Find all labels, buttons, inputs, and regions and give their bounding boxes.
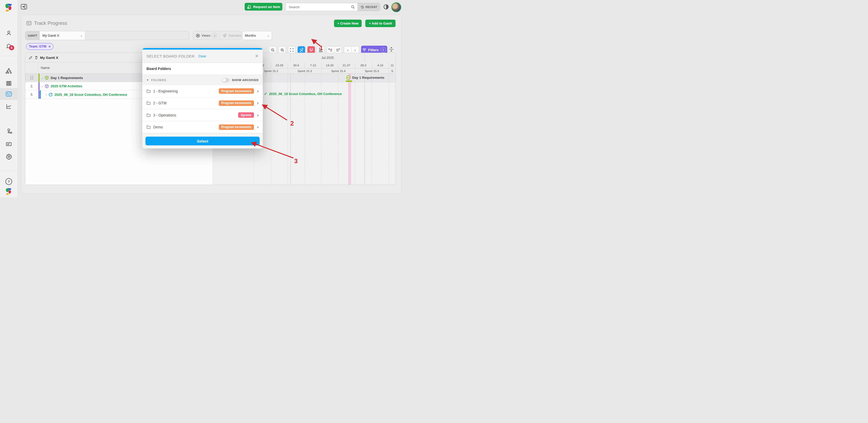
- add-to-gantt-button[interactable]: + Add to Gantt: [365, 20, 396, 27]
- telescope-icon: [223, 34, 227, 38]
- row-name[interactable]: Day 1 Requirements: [51, 76, 83, 80]
- theme-contrast-toggle[interactable]: [383, 4, 389, 9]
- sidebar-item-hierarchy[interactable]: [0, 66, 18, 76]
- sidebar-item-notifications[interactable]: 8: [0, 41, 18, 51]
- views-button[interactable]: Views 0: [193, 31, 220, 40]
- week-cell: 23-29: [271, 63, 288, 68]
- collapse-all-button[interactable]: [327, 46, 334, 54]
- close-icon[interactable]: ✕: [255, 54, 258, 59]
- row-color-bar: [38, 90, 39, 99]
- zoom-in-icon: [280, 48, 284, 52]
- scroll-left-button[interactable]: ‹: [344, 46, 351, 54]
- folder-name: 1 - Engineering: [153, 89, 178, 93]
- fullscreen-icon: [290, 48, 294, 52]
- zoom-level-select[interactable]: Months ⌄: [242, 31, 272, 40]
- milestone-progress-bar: [346, 80, 352, 82]
- views-scenarios-group: Views 0 Scenarios: [193, 31, 242, 40]
- shortcut-logo-icon: [5, 4, 12, 12]
- sidebar-bottom-logo[interactable]: [0, 187, 18, 197]
- clear-link[interactable]: Clear: [198, 54, 206, 58]
- folder-name: 2 - GTM: [153, 101, 166, 105]
- modal-footer: Select: [142, 133, 263, 149]
- sidebar-item-settings[interactable]: [0, 151, 18, 162]
- filter-chip-team-gtm[interactable]: Team: GTM ✕: [26, 43, 54, 50]
- gantt-select-dropdown[interactable]: My Gantt X ⌄: [40, 31, 85, 40]
- folders-group-header: ▼ FOLDERS SHOW ARCHIVED: [142, 75, 263, 85]
- workflow-branch-icon: [5, 128, 12, 135]
- sidebar-item-help[interactable]: ?: [0, 176, 18, 187]
- gantt-done-item[interactable]: ✓ 2025_06_18 Scout Columbus, OH Conferen…: [264, 91, 342, 96]
- sidebar-item-profile[interactable]: [0, 28, 18, 38]
- create-new-button[interactable]: + Create New: [334, 20, 362, 27]
- milestone-circle-icon: [346, 75, 350, 80]
- chevron-down-icon[interactable]: ⌄: [39, 76, 45, 79]
- sidebar-item-reports[interactable]: [0, 101, 18, 111]
- app-logo[interactable]: [0, 3, 18, 13]
- search-bar: RECENT: [285, 3, 380, 11]
- modal-header: SELECT BOARD FOLDER Clear ✕: [142, 50, 263, 63]
- sidebar-item-gantt[interactable]: [0, 89, 18, 99]
- chip-close-icon[interactable]: ✕: [48, 45, 51, 48]
- today-marker-column: [348, 74, 351, 185]
- folder-name: 3 - Operations: [153, 113, 176, 117]
- chevron-right-icon[interactable]: ›: [257, 125, 258, 130]
- sprint-cell: Sprint 15.5: [355, 68, 389, 74]
- month-cell-jul: Jul 2025: [290, 53, 365, 63]
- folders-header-label: FOLDERS: [151, 78, 166, 82]
- chevron-right-icon[interactable]: ›: [257, 100, 258, 106]
- gear-icon: [6, 153, 12, 160]
- show-archived-toggle[interactable]: [222, 78, 230, 83]
- chevron-right-icon[interactable]: ›: [257, 89, 258, 94]
- person-icon: [6, 30, 12, 36]
- request-item-button[interactable]: Request an Item: [245, 3, 282, 10]
- user-avatar[interactable]: [392, 2, 401, 12]
- edit-icon[interactable]: [29, 56, 33, 59]
- row-number: 2.: [25, 82, 38, 90]
- search-input[interactable]: [286, 3, 351, 11]
- epic-box-icon: [45, 76, 49, 80]
- chevron-left-icon: ‹: [347, 48, 348, 52]
- iteration-icon: [49, 93, 53, 97]
- select-button[interactable]: Select: [146, 137, 259, 145]
- folder-row[interactable]: 3 - Operations Sprints ›: [142, 109, 263, 121]
- gantt-icon: [5, 91, 12, 97]
- check-icon: ✓: [264, 91, 268, 96]
- folder-row[interactable]: Demo Program Increments ›: [142, 121, 263, 133]
- clock-history-icon: [361, 5, 364, 9]
- expand-all-button[interactable]: [334, 46, 342, 54]
- folder-row[interactable]: 1 - Engineering Program Increments ›: [142, 85, 263, 97]
- scroll-right-button[interactable]: ›: [351, 46, 359, 54]
- drag-handle[interactable]: [25, 74, 38, 82]
- row-name[interactable]: 2025 GTM Activities: [51, 84, 82, 88]
- chevron-right-icon[interactable]: ›: [257, 112, 258, 118]
- card-icon: [6, 141, 12, 147]
- folder-row[interactable]: 2 - GTM Program Increments ›: [142, 97, 263, 109]
- contrast-icon: [383, 4, 389, 9]
- scenarios-button[interactable]: Scenarios: [220, 31, 242, 40]
- notification-badge: 8: [9, 45, 14, 51]
- chevron-right-icon[interactable]: ›: [43, 93, 49, 96]
- sidebar-item-cards[interactable]: [0, 139, 18, 149]
- folder-icon: [147, 89, 151, 93]
- chevron-down-icon: ⌄: [267, 34, 270, 37]
- row-name[interactable]: 2025_06_18 Scout Columbus, OH Conference: [55, 93, 127, 97]
- drag-dots-icon: [30, 76, 33, 80]
- collapse-vertical-icon: [389, 46, 394, 53]
- chevron-down-icon[interactable]: ⌄: [39, 85, 45, 88]
- filter-icon: [363, 48, 366, 52]
- folder-icon: [147, 125, 151, 129]
- collapse-rows-button[interactable]: [389, 46, 394, 53]
- search-icon[interactable]: [351, 3, 358, 11]
- gantt-milestone[interactable]: Day 1 Requirements: [346, 75, 384, 80]
- list-collapse-icon: [328, 48, 333, 52]
- recent-button[interactable]: RECENT: [358, 3, 380, 11]
- week-cell: 14-20: [321, 63, 338, 68]
- trash-icon[interactable]: [35, 56, 38, 59]
- folder-badge: Sprints: [238, 112, 254, 118]
- triangle-down-icon[interactable]: ▼: [147, 79, 149, 82]
- sidebar-item-workflows[interactable]: [0, 127, 18, 137]
- sidebar-item-boards[interactable]: [0, 78, 18, 89]
- sidebar: 8 ?: [0, 0, 18, 197]
- panel-collapse-icon: [21, 4, 27, 9]
- collapse-panel-button[interactable]: [21, 4, 27, 9]
